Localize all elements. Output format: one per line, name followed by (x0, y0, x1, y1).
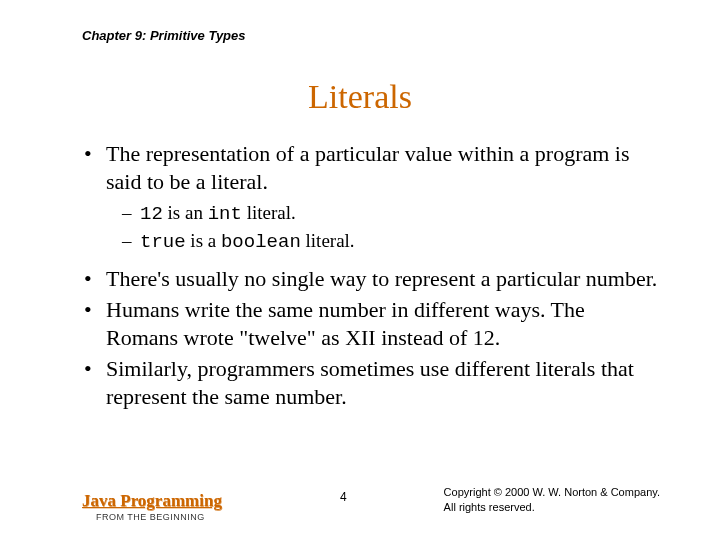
slide-content: The representation of a particular value… (82, 140, 660, 414)
book-title: Java Programming (82, 491, 222, 511)
book-block: Java Programming FROM THE BEGINNING (82, 491, 222, 522)
code-literal: 12 (140, 203, 163, 225)
code-literal: boolean (221, 231, 301, 253)
footer: Java Programming FROM THE BEGINNING 4 Co… (82, 482, 660, 522)
text: is an (163, 202, 208, 223)
text: is a (186, 230, 221, 251)
book-subtitle: FROM THE BEGINNING (96, 512, 222, 522)
copyright: Copyright © 2000 W. W. Norton & Company.… (444, 485, 660, 514)
page-number: 4 (340, 490, 347, 504)
copyright-line: Copyright © 2000 W. W. Norton & Company. (444, 485, 660, 499)
code-literal: int (208, 203, 242, 225)
text: literal. (301, 230, 355, 251)
bullet-item: There's usually no single way to represe… (82, 265, 660, 293)
copyright-line: All rights reserved. (444, 500, 660, 514)
text: literal. (242, 202, 296, 223)
sub-item: true is a boolean literal. (122, 229, 660, 255)
slide-title: Literals (0, 78, 720, 116)
code-literal: true (140, 231, 186, 253)
sub-list: 12 is an int literal. true is a boolean … (122, 201, 660, 255)
bullet-item: Similarly, programmers sometimes use dif… (82, 355, 660, 410)
chapter-label: Chapter 9: Primitive Types (82, 28, 246, 43)
bullet-item: Humans write the same number in differen… (82, 296, 660, 351)
sub-item: 12 is an int literal. (122, 201, 660, 227)
bullet-item: The representation of a particular value… (82, 140, 660, 195)
